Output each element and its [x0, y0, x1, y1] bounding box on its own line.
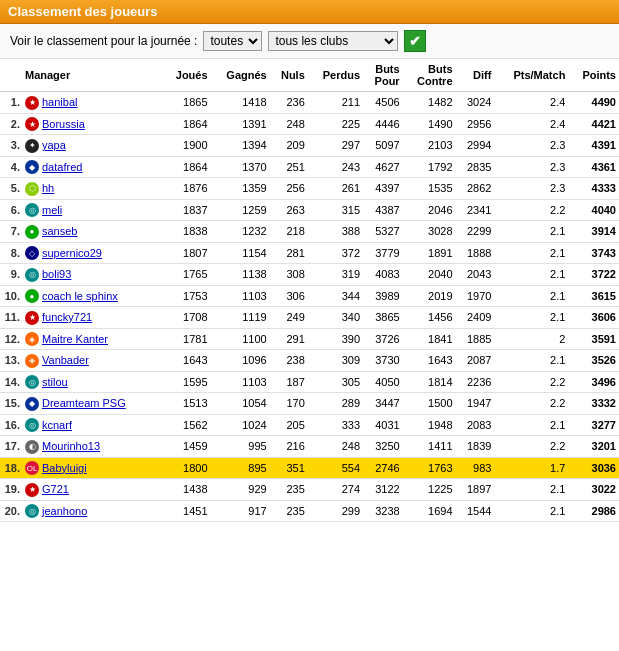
cell-rank: 10. [0, 285, 22, 307]
cell-gagnes: 1103 [211, 371, 270, 393]
cell-pts-match: 2 [494, 328, 568, 350]
manager-name[interactable]: jeanhono [42, 505, 87, 517]
manager-name[interactable]: boli93 [42, 268, 71, 280]
cell-buts-contre: 1891 [403, 242, 456, 264]
cell-buts-pour: 3122 [363, 479, 403, 501]
manager-name[interactable]: G721 [42, 483, 69, 495]
manager-name[interactable]: Maitre Kanter [42, 333, 108, 345]
manager-name[interactable]: supernico29 [42, 247, 102, 259]
cell-gagnes: 1370 [211, 156, 270, 178]
cell-manager: ◐Mourinho13 [22, 436, 162, 458]
table-row: 2. ★Borussia 1864 1391 248 225 4446 1490… [0, 113, 619, 135]
manager-name[interactable]: Borussia [42, 118, 85, 130]
cell-buts-contre: 1948 [403, 414, 456, 436]
table-row: 16. ◎kcnarf 1562 1024 205 333 4031 1948 … [0, 414, 619, 436]
cell-nuls: 216 [270, 436, 308, 458]
rank-icon: ⬡ [25, 181, 39, 196]
cell-diff: 1888 [456, 242, 495, 264]
cell-points: 3606 [568, 307, 619, 329]
manager-name[interactable]: meli [42, 204, 62, 216]
col-joues: Joués [162, 59, 210, 92]
rank-icon: OL [25, 461, 39, 476]
cell-joues: 1837 [162, 199, 210, 221]
manager-name[interactable]: Vanbader [42, 354, 89, 366]
cell-nuls: 308 [270, 264, 308, 286]
cell-diff: 1839 [456, 436, 495, 458]
cell-manager: ◆Dreamteam PSG [22, 393, 162, 415]
manager-icon: ★ [25, 483, 39, 497]
rank-icon: ◆ [25, 160, 39, 175]
cell-points: 3914 [568, 221, 619, 243]
cell-nuls: 170 [270, 393, 308, 415]
cell-manager: ✦yapa [22, 135, 162, 157]
table-row: 1. ★hanibal 1865 1418 236 211 4506 1482 … [0, 92, 619, 114]
cell-rank: 7. [0, 221, 22, 243]
cell-buts-pour: 3865 [363, 307, 403, 329]
cell-perdus: 297 [308, 135, 363, 157]
cell-joues: 1865 [162, 92, 210, 114]
club-select[interactable]: tous les clubs [268, 31, 398, 51]
cell-manager: ◈Vanbader [22, 350, 162, 372]
cell-gagnes: 995 [211, 436, 270, 458]
manager-icon: ◆ [25, 160, 39, 174]
cell-perdus: 372 [308, 242, 363, 264]
manager-name[interactable]: stilou [42, 376, 68, 388]
cell-buts-contre: 1792 [403, 156, 456, 178]
manager-name[interactable]: kcnarf [42, 419, 72, 431]
cell-manager: ★Borussia [22, 113, 162, 135]
cell-buts-contre: 1225 [403, 479, 456, 501]
cell-gagnes: 1391 [211, 113, 270, 135]
cell-buts-contre: 2040 [403, 264, 456, 286]
cell-diff: 3024 [456, 92, 495, 114]
cell-rank: 3. [0, 135, 22, 157]
title-bar: Classement des joueurs [0, 0, 619, 24]
table-row: 9. ◎boli93 1765 1138 308 319 4083 2040 2… [0, 264, 619, 286]
cell-pts-match: 2.1 [494, 500, 568, 522]
cell-diff: 2956 [456, 113, 495, 135]
cell-nuls: 187 [270, 371, 308, 393]
cell-pts-match: 2.2 [494, 371, 568, 393]
rank-icon: ★ [25, 117, 39, 132]
rank-icon: ★ [25, 95, 39, 110]
cell-rank: 13. [0, 350, 22, 372]
cell-perdus: 390 [308, 328, 363, 350]
manager-name[interactable]: sanseb [42, 225, 77, 237]
col-pts-match: Pts/Match [494, 59, 568, 92]
confirm-button[interactable]: ✔ [404, 30, 426, 52]
journee-select[interactable]: toutes123 [203, 31, 262, 51]
cell-diff: 1947 [456, 393, 495, 415]
manager-name[interactable]: Mourinho13 [42, 440, 100, 452]
cell-buts-contre: 1763 [403, 457, 456, 479]
cell-diff: 2299 [456, 221, 495, 243]
cell-pts-match: 2.1 [494, 264, 568, 286]
manager-name[interactable]: funcky721 [42, 311, 92, 323]
manager-icon: ◈ [25, 354, 39, 368]
cell-manager: OLBabyluigi [22, 457, 162, 479]
cell-buts-pour: 4050 [363, 371, 403, 393]
manager-name[interactable]: hh [42, 182, 54, 194]
cell-points: 3332 [568, 393, 619, 415]
cell-rank: 9. [0, 264, 22, 286]
cell-manager: ◎jeanhono [22, 500, 162, 522]
cell-manager: ◆datafred [22, 156, 162, 178]
cell-buts-pour: 4397 [363, 178, 403, 200]
manager-name[interactable]: datafred [42, 161, 82, 173]
cell-joues: 1513 [162, 393, 210, 415]
cell-buts-pour: 3250 [363, 436, 403, 458]
cell-manager: ◎meli [22, 199, 162, 221]
manager-name[interactable]: yapa [42, 139, 66, 151]
manager-name[interactable]: hanibal [42, 96, 77, 108]
cell-pts-match: 2.2 [494, 393, 568, 415]
manager-icon: ◎ [25, 418, 39, 432]
table-row: 5. ⬡hh 1876 1359 256 261 4397 1535 2862 … [0, 178, 619, 200]
cell-nuls: 291 [270, 328, 308, 350]
cell-perdus: 261 [308, 178, 363, 200]
manager-icon: ● [25, 225, 39, 239]
manager-name[interactable]: Dreamteam PSG [42, 397, 126, 409]
manager-name[interactable]: Babyluigi [42, 462, 87, 474]
cell-points: 3722 [568, 264, 619, 286]
cell-perdus: 333 [308, 414, 363, 436]
manager-name[interactable]: coach le sphinx [42, 290, 118, 302]
cell-buts-pour: 3726 [363, 328, 403, 350]
manager-icon: ● [25, 289, 39, 303]
